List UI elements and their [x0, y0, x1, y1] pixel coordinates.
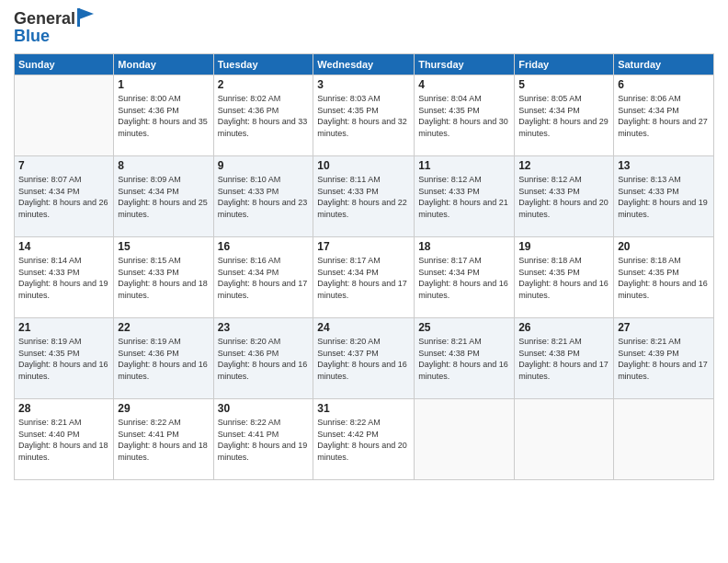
day-info: Sunrise: 8:21 AMSunset: 4:39 PMDaylight:…	[618, 336, 710, 382]
logo-flag-icon	[77, 8, 94, 27]
calendar-cell: 14 Sunrise: 8:14 AMSunset: 4:33 PMDaylig…	[15, 237, 114, 318]
day-number: 11	[418, 159, 510, 172]
day-number: 2	[218, 78, 310, 91]
calendar-cell: 23 Sunrise: 8:20 AMSunset: 4:36 PMDaylig…	[213, 318, 313, 399]
page: General Blue SundayMondayTuesdayWednesda…	[0, 0, 728, 563]
calendar-cell: 30 Sunrise: 8:22 AMSunset: 4:41 PMDaylig…	[213, 399, 313, 480]
calendar-cell: 22 Sunrise: 8:19 AMSunset: 4:36 PMDaylig…	[114, 318, 213, 399]
calendar-cell	[415, 399, 515, 480]
day-number: 30	[218, 402, 310, 415]
day-info: Sunrise: 8:03 AMSunset: 4:35 PMDaylight:…	[317, 93, 410, 139]
calendar-cell: 3 Sunrise: 8:03 AMSunset: 4:35 PMDayligh…	[313, 75, 415, 156]
day-info: Sunrise: 8:04 AMSunset: 4:35 PMDaylight:…	[418, 93, 510, 139]
day-info: Sunrise: 8:00 AMSunset: 4:36 PMDaylight:…	[118, 93, 209, 139]
day-number: 27	[618, 321, 710, 334]
calendar-week-row: 7 Sunrise: 8:07 AMSunset: 4:34 PMDayligh…	[15, 156, 714, 237]
day-info: Sunrise: 8:02 AMSunset: 4:36 PMDaylight:…	[218, 93, 310, 139]
calendar-week-row: 21 Sunrise: 8:19 AMSunset: 4:35 PMDaylig…	[15, 318, 714, 399]
day-info: Sunrise: 8:13 AMSunset: 4:33 PMDaylight:…	[618, 174, 710, 220]
calendar-cell	[515, 399, 614, 480]
calendar-header-thursday: Thursday	[415, 54, 515, 75]
day-number: 14	[18, 240, 109, 253]
day-info: Sunrise: 8:20 AMSunset: 4:36 PMDaylight:…	[218, 336, 310, 382]
calendar-cell: 25 Sunrise: 8:21 AMSunset: 4:38 PMDaylig…	[415, 318, 515, 399]
day-info: Sunrise: 8:22 AMSunset: 4:42 PMDaylight:…	[317, 417, 410, 463]
logo-blue-text: Blue	[14, 27, 94, 46]
day-number: 4	[418, 78, 510, 91]
calendar-cell: 7 Sunrise: 8:07 AMSunset: 4:34 PMDayligh…	[15, 156, 114, 237]
calendar-cell: 10 Sunrise: 8:11 AMSunset: 4:33 PMDaylig…	[313, 156, 415, 237]
day-info: Sunrise: 8:22 AMSunset: 4:41 PMDaylight:…	[118, 417, 209, 463]
day-info: Sunrise: 8:15 AMSunset: 4:33 PMDaylight:…	[118, 255, 209, 301]
day-info: Sunrise: 8:20 AMSunset: 4:37 PMDaylight:…	[317, 336, 410, 382]
day-number: 16	[218, 240, 310, 253]
day-number: 12	[518, 159, 609, 172]
calendar-week-row: 28 Sunrise: 8:21 AMSunset: 4:40 PMDaylig…	[15, 399, 714, 480]
day-number: 7	[18, 159, 109, 172]
calendar-cell: 2 Sunrise: 8:02 AMSunset: 4:36 PMDayligh…	[213, 75, 313, 156]
day-number: 22	[118, 321, 209, 334]
calendar-cell: 1 Sunrise: 8:00 AMSunset: 4:36 PMDayligh…	[114, 75, 213, 156]
day-info: Sunrise: 8:14 AMSunset: 4:33 PMDaylight:…	[18, 255, 109, 301]
calendar-header-friday: Friday	[515, 54, 614, 75]
day-info: Sunrise: 8:21 AMSunset: 4:38 PMDaylight:…	[418, 336, 510, 382]
calendar-cell: 19 Sunrise: 8:18 AMSunset: 4:35 PMDaylig…	[515, 237, 614, 318]
calendar-cell: 12 Sunrise: 8:12 AMSunset: 4:33 PMDaylig…	[515, 156, 614, 237]
calendar-cell: 4 Sunrise: 8:04 AMSunset: 4:35 PMDayligh…	[415, 75, 515, 156]
day-number: 19	[518, 240, 609, 253]
day-info: Sunrise: 8:16 AMSunset: 4:34 PMDaylight:…	[218, 255, 310, 301]
calendar-cell: 5 Sunrise: 8:05 AMSunset: 4:34 PMDayligh…	[515, 75, 614, 156]
calendar-cell: 31 Sunrise: 8:22 AMSunset: 4:42 PMDaylig…	[313, 399, 415, 480]
day-number: 9	[218, 159, 310, 172]
day-number: 17	[317, 240, 410, 253]
day-info: Sunrise: 8:12 AMSunset: 4:33 PMDaylight:…	[418, 174, 510, 220]
day-info: Sunrise: 8:09 AMSunset: 4:34 PMDaylight:…	[118, 174, 209, 220]
calendar-header-row: SundayMondayTuesdayWednesdayThursdayFrid…	[15, 54, 714, 75]
day-number: 6	[618, 78, 710, 91]
calendar-week-row: 14 Sunrise: 8:14 AMSunset: 4:33 PMDaylig…	[15, 237, 714, 318]
calendar-cell: 16 Sunrise: 8:16 AMSunset: 4:34 PMDaylig…	[213, 237, 313, 318]
calendar-cell: 20 Sunrise: 8:18 AMSunset: 4:35 PMDaylig…	[614, 237, 714, 318]
day-info: Sunrise: 8:07 AMSunset: 4:34 PMDaylight:…	[18, 174, 109, 220]
day-number: 24	[317, 321, 410, 334]
day-info: Sunrise: 8:21 AMSunset: 4:38 PMDaylight:…	[518, 336, 609, 382]
day-number: 28	[18, 402, 109, 415]
header: General Blue	[14, 9, 714, 46]
day-info: Sunrise: 8:18 AMSunset: 4:35 PMDaylight:…	[518, 255, 609, 301]
day-number: 21	[18, 321, 109, 334]
day-info: Sunrise: 8:10 AMSunset: 4:33 PMDaylight:…	[218, 174, 310, 220]
day-number: 31	[317, 402, 410, 415]
day-info: Sunrise: 8:17 AMSunset: 4:34 PMDaylight:…	[317, 255, 410, 301]
day-number: 18	[418, 240, 510, 253]
day-number: 13	[618, 159, 710, 172]
day-info: Sunrise: 8:11 AMSunset: 4:33 PMDaylight:…	[317, 174, 410, 220]
calendar-cell: 18 Sunrise: 8:17 AMSunset: 4:34 PMDaylig…	[415, 237, 515, 318]
day-number: 10	[317, 159, 410, 172]
calendar-cell: 26 Sunrise: 8:21 AMSunset: 4:38 PMDaylig…	[515, 318, 614, 399]
day-info: Sunrise: 8:18 AMSunset: 4:35 PMDaylight:…	[618, 255, 710, 301]
calendar-header-tuesday: Tuesday	[213, 54, 313, 75]
calendar-cell: 17 Sunrise: 8:17 AMSunset: 4:34 PMDaylig…	[313, 237, 415, 318]
svg-rect-1	[77, 8, 80, 27]
calendar-header-saturday: Saturday	[614, 54, 714, 75]
day-number: 5	[518, 78, 609, 91]
day-number: 25	[418, 321, 510, 334]
calendar-cell: 24 Sunrise: 8:20 AMSunset: 4:37 PMDaylig…	[313, 318, 415, 399]
day-number: 23	[218, 321, 310, 334]
calendar-cell: 6 Sunrise: 8:06 AMSunset: 4:34 PMDayligh…	[614, 75, 714, 156]
day-info: Sunrise: 8:19 AMSunset: 4:36 PMDaylight:…	[118, 336, 209, 382]
day-number: 3	[317, 78, 410, 91]
calendar-cell	[614, 399, 714, 480]
calendar-cell: 15 Sunrise: 8:15 AMSunset: 4:33 PMDaylig…	[114, 237, 213, 318]
day-number: 20	[618, 240, 710, 253]
svg-marker-0	[79, 8, 94, 19]
calendar-table: SundayMondayTuesdayWednesdayThursdayFrid…	[14, 53, 714, 480]
day-number: 8	[118, 159, 209, 172]
calendar-cell: 13 Sunrise: 8:13 AMSunset: 4:33 PMDaylig…	[614, 156, 714, 237]
calendar-header-wednesday: Wednesday	[313, 54, 415, 75]
calendar-cell: 11 Sunrise: 8:12 AMSunset: 4:33 PMDaylig…	[415, 156, 515, 237]
calendar-cell: 21 Sunrise: 8:19 AMSunset: 4:35 PMDaylig…	[15, 318, 114, 399]
calendar-cell: 9 Sunrise: 8:10 AMSunset: 4:33 PMDayligh…	[213, 156, 313, 237]
calendar-header-monday: Monday	[114, 54, 213, 75]
logo: General Blue	[14, 9, 94, 46]
